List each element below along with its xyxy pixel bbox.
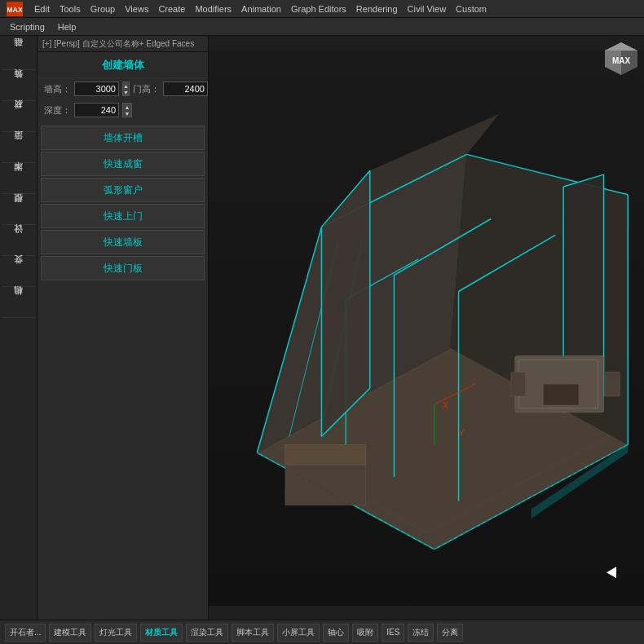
svg-rect-34 <box>511 372 526 396</box>
wall-height-input[interactable] <box>74 82 119 96</box>
svg-text:MAX: MAX <box>612 56 631 65</box>
depth-up[interactable]: ▲ <box>123 104 131 110</box>
menu-modifiers[interactable]: Modifiers <box>190 2 236 15</box>
quick-wall-panel-btn[interactable]: 快速墙板 <box>41 230 205 254</box>
menu-rendering[interactable]: Rendering <box>351 2 403 15</box>
svg-marker-48 <box>605 42 637 51</box>
max-logo-cube: MAX <box>602 39 641 78</box>
bottom-separate-btn[interactable]: 分离 <box>437 624 463 642</box>
svg-rect-38 <box>285 444 366 465</box>
depth-row: 深度： ▲ ▼ <box>37 99 208 121</box>
viewport-label: [+] [Persp] 自定义公司名称+ Edged Faces <box>37 36 208 52</box>
sidebar-decor[interactable]: 装饰 <box>2 70 36 101</box>
bottom-snap-btn[interactable]: 吸附 <box>352 624 378 642</box>
menu-group[interactable]: Group <box>86 2 121 15</box>
menu-graph-editors[interactable]: Graph Editors <box>286 2 351 15</box>
panel-area: [+] [Persp] 自定义公司名称+ Edged Faces 创建墙体 墙高… <box>37 36 209 620</box>
quick-window-btn[interactable]: 快速成窗 <box>41 152 205 176</box>
depth-input[interactable] <box>74 103 119 117</box>
menu-custom[interactable]: Custom <box>451 2 492 15</box>
sidebar-script[interactable]: 脚本 <box>2 163 36 194</box>
help-menu[interactable]: Help <box>51 20 83 33</box>
scripting-menu[interactable]: Scripting <box>3 20 51 33</box>
max-logo-area: MAX <box>3 0 26 18</box>
depth-label: 深度： <box>44 104 71 117</box>
quick-door-panel-btn[interactable]: 快速门板 <box>41 256 205 280</box>
main-content: 基础 装饰 材质 渲染 脚本 模型 设计 文件 相机 [+] [Persp] 自… <box>0 36 644 620</box>
door-height-input[interactable] <box>163 82 208 96</box>
depth-down[interactable]: ▼ <box>123 110 131 117</box>
sidebar-material[interactable]: 材质 <box>2 101 36 132</box>
bottom-render-btn[interactable]: 渲染工具 <box>186 624 228 642</box>
panel-title: 创建墙体 <box>37 52 208 78</box>
bottom-script-btn[interactable]: 脚本工具 <box>232 624 274 642</box>
bottom-light-btn[interactable]: 灯光工具 <box>95 624 137 642</box>
menu-animation[interactable]: Animation <box>236 2 286 15</box>
bottom-smallscreen-btn[interactable]: 小屏工具 <box>277 624 320 642</box>
bottom-explorer-btn[interactable]: 开石者... <box>5 624 46 642</box>
bottom-modeling-btn[interactable]: 建模工具 <box>49 624 91 642</box>
wall-height-down[interactable]: ▼ <box>123 89 129 95</box>
viewport-label-text: [+] [Persp] 自定义公司名称+ Edged Faces <box>42 38 194 50</box>
max-logo: MAX <box>7 2 23 16</box>
menu-views[interactable]: Views <box>120 2 153 15</box>
bottom-bar: 开石者... 建模工具 灯光工具 材质工具 渲染工具 脚本工具 小屏工具 轴心 … <box>0 620 644 644</box>
menu-civil-view[interactable]: Civil View <box>403 2 451 15</box>
depth-spinner[interactable]: ▲ ▼ <box>122 103 132 117</box>
left-sidebar: 基础 装饰 材质 渲染 脚本 模型 设计 文件 相机 <box>0 36 37 620</box>
sidebar-camera[interactable]: 相机 <box>2 287 36 318</box>
sidebar-design[interactable]: 设计 <box>2 225 36 256</box>
bottom-axis-btn[interactable]: 轴心 <box>323 624 349 642</box>
sidebar-basics[interactable]: 基础 <box>2 39 36 70</box>
svg-rect-36 <box>543 384 579 405</box>
quick-door-btn[interactable]: 快速上门 <box>41 204 205 228</box>
svg-rect-35 <box>606 372 620 396</box>
menu-tools[interactable]: Tools <box>55 2 86 15</box>
wall-height-up[interactable]: ▲ <box>123 82 129 89</box>
wall-slot-btn[interactable]: 墙体开槽 <box>41 126 205 150</box>
menu-edit[interactable]: Edit <box>29 2 55 15</box>
svg-text:MAX: MAX <box>7 6 22 14</box>
sidebar-file[interactable]: 文件 <box>2 256 36 287</box>
wall-height-spinner[interactable]: ▲ ▼ <box>122 82 130 96</box>
sidebar-render[interactable]: 渲染 <box>2 132 36 163</box>
menu-bar: MAX Edit Tools Group Views Create Modifi… <box>0 0 644 18</box>
bottom-ies-btn[interactable]: IES <box>382 624 404 642</box>
svg-text:Y: Y <box>459 429 465 439</box>
bottom-freeze-btn[interactable]: 冻结 <box>408 624 434 642</box>
door-height-label: 门高： <box>133 83 160 95</box>
arc-window-btn[interactable]: 弧形窗户 <box>41 178 205 202</box>
wall-height-label: 墙高： <box>44 83 71 95</box>
menu-create[interactable]: Create <box>153 2 190 15</box>
viewport[interactable]: X Y MAX <box>209 36 644 620</box>
script-bar: Scripting Help <box>0 18 644 36</box>
wall-height-row: 墙高： ▲ ▼ 门高： ▲ ▼ <box>37 78 208 99</box>
sidebar-model[interactable]: 模型 <box>2 194 36 225</box>
bottom-material-btn[interactable]: 材质工具 <box>140 624 183 642</box>
svg-text:X: X <box>443 400 449 410</box>
scene-svg: X Y <box>209 36 644 620</box>
